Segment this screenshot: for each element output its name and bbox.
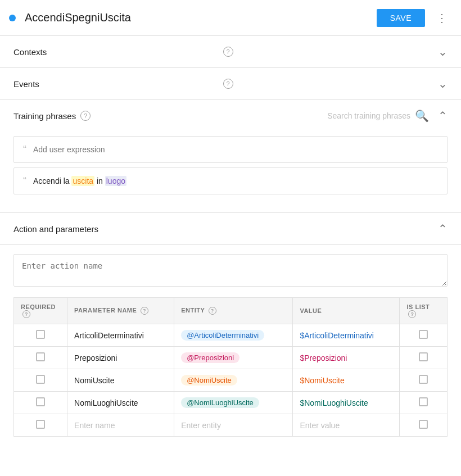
required-cell [14,324,67,347]
action-chevron-icon[interactable]: ⌃ [438,222,448,235]
parameters-table: REQUIRED ? PARAMETER NAME ? ENTITY ? VAL… [13,297,448,437]
entity-cell: @NomiUscite [174,369,293,392]
entity-luogo: luogo [105,176,126,186]
entity-cell: @NomiLuoghiUscite [174,392,293,414]
value-text: $ArticoliDeterminativi [300,331,373,340]
param-name-cell: Preposizioni [67,347,174,369]
entity-uscita: uscita [71,176,94,186]
required-cell [14,392,67,414]
add-expression-input[interactable] [33,145,438,154]
value-cell: $ArticoliDeterminativi [293,324,400,347]
required-cell [14,369,67,392]
entity-cell: @ArticoliDeterminativi [174,324,293,347]
table-row-empty: Enter name Enter entity Enter value [14,414,448,437]
more-options-icon[interactable]: ⋮ [432,7,452,29]
th-param-name: PARAMETER NAME ? [67,298,174,324]
islist-cell [400,414,448,437]
param-name-cell: NomiLuoghiUscite [67,392,174,414]
table-header-row: REQUIRED ? PARAMETER NAME ? ENTITY ? VAL… [14,298,448,324]
th-value: VALUE [293,298,400,324]
contexts-section-header[interactable]: Contexts ? ⌄ [0,36,461,67]
training-title: Training phrases [13,111,76,121]
phrase-text: Accendi la uscita in luogo [33,176,126,185]
value-text: $NomiLuoghiUscite [300,398,368,407]
status-dot [9,15,16,21]
entity-tag[interactable]: @ArticoliDeterminativi [181,330,264,341]
islist-checkbox[interactable] [419,397,428,406]
th-entity-help[interactable]: ? [209,307,216,315]
value-text: $Preposizioni [300,353,347,362]
islist-cell [400,347,448,369]
events-help-icon[interactable]: ? [223,79,233,89]
required-checkbox[interactable] [36,397,45,406]
table-row: NomiLuoghiUscite @NomiLuoghiUscite $Nomi… [14,392,448,414]
contexts-section: Contexts ? ⌄ [0,36,461,68]
islist-cell [400,369,448,392]
required-cell [14,414,67,437]
required-checkbox[interactable] [36,330,45,339]
param-name-placeholder: Enter name [74,421,115,430]
entity-tag[interactable]: @NomiUscite [181,375,237,386]
phrase-row: “ Accendi la uscita in luogo [13,167,448,194]
param-name-cell[interactable]: Enter name [67,414,174,437]
required-checkbox[interactable] [36,420,45,429]
page-title: AccendiSpegniUscita [25,11,377,24]
events-section: Events ? ⌄ [0,68,461,100]
param-name-cell: NomiUscite [67,369,174,392]
islist-cell [400,392,448,414]
table-row: ArticoliDeterminativi @ArticoliDetermina… [14,324,448,347]
table-row: NomiUscite @NomiUscite $NomiUscite [14,369,448,392]
value-cell: $Preposizioni [293,347,400,369]
action-name-input[interactable] [13,254,448,287]
add-expression-row[interactable]: “ [13,136,448,163]
training-header: Training phrases ? Search training phras… [0,100,461,132]
value-cell: $NomiLuoghiUscite [293,392,400,414]
action-section: Action and parameters ⌃ REQUIRED ? PARAM… [0,213,461,446]
th-entity: ENTITY ? [174,298,293,324]
islist-checkbox[interactable] [419,330,428,339]
islist-cell [400,324,448,347]
events-section-header[interactable]: Events ? ⌄ [0,68,461,99]
islist-checkbox[interactable] [419,352,428,361]
th-param-help[interactable]: ? [141,307,148,315]
th-required: REQUIRED ? [14,298,67,324]
contexts-chevron-icon[interactable]: ⌄ [438,45,448,58]
required-checkbox[interactable] [36,375,45,384]
islist-checkbox[interactable] [419,375,428,384]
events-chevron-icon[interactable]: ⌄ [438,77,448,90]
required-cell [14,347,67,369]
value-cell: $NomiUscite [293,369,400,392]
entity-placeholder: Enter entity [181,421,221,430]
training-chevron-icon[interactable]: ⌃ [438,109,448,123]
training-content: “ “ Accendi la uscita in luogo [0,132,461,212]
entity-tag[interactable]: @NomiLuoghiUscite [181,397,259,408]
training-help-icon[interactable]: ? [80,111,91,121]
action-header[interactable]: Action and parameters ⌃ [0,213,461,245]
phrase-quote-icon: “ [23,175,26,187]
value-text: $NomiUscite [300,376,344,385]
training-title-group: Training phrases ? [13,111,327,121]
islist-checkbox[interactable] [419,420,428,429]
th-required-help[interactable]: ? [22,310,30,318]
entity-tag[interactable]: @Preposizioni [181,352,239,363]
search-group: Search training phrases 🔍 [327,109,429,123]
search-icon[interactable]: 🔍 [415,109,429,123]
events-title: Events [13,79,219,89]
value-cell[interactable]: Enter value [293,414,400,437]
th-islist: IS LIST ? [400,298,448,324]
save-button[interactable]: SAVE [377,9,425,27]
quote-icon: “ [23,144,26,156]
training-section: Training phrases ? Search training phras… [0,100,461,213]
entity-cell[interactable]: Enter entity [174,414,293,437]
app-header: AccendiSpegniUscita SAVE ⋮ [0,0,461,36]
required-checkbox[interactable] [36,352,45,361]
contexts-help-icon[interactable]: ? [223,47,233,57]
th-islist-help[interactable]: ? [408,310,416,318]
search-placeholder: Search training phrases [327,111,410,120]
action-title: Action and parameters [13,224,438,234]
contexts-title: Contexts [13,47,219,57]
table-row: Preposizioni @Preposizioni $Preposizioni [14,347,448,369]
entity-cell: @Preposizioni [174,347,293,369]
value-placeholder: Enter value [300,421,340,430]
action-content: REQUIRED ? PARAMETER NAME ? ENTITY ? VAL… [0,245,461,446]
